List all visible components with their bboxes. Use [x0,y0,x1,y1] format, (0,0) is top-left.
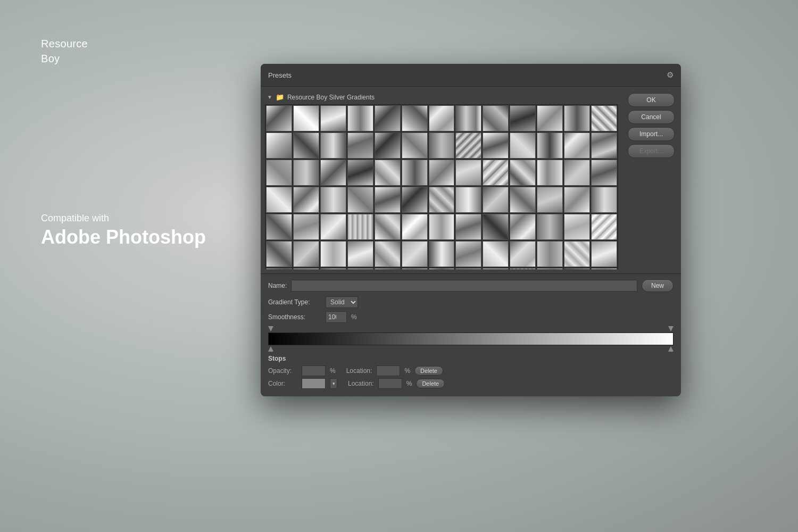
gradient-cell[interactable] [483,132,509,159]
gradient-cell[interactable] [510,187,536,213]
gradient-cell[interactable] [293,241,319,267]
gradient-cell[interactable] [402,268,428,269]
gradient-cell[interactable] [564,105,590,131]
gradient-cell[interactable] [483,105,509,131]
gradient-cell[interactable] [375,105,401,131]
gradient-cell[interactable] [591,241,617,267]
gradient-cell[interactable] [483,241,509,267]
gradient-cell[interactable] [429,105,455,131]
gradient-cell[interactable] [483,268,509,269]
gradient-cell[interactable] [293,160,319,186]
gradient-cell[interactable] [537,187,563,213]
color-dropdown[interactable]: ▾ [330,378,337,389]
gradient-cell[interactable] [510,241,536,267]
gradient-cell[interactable] [483,214,509,240]
gradient-cell[interactable] [402,105,428,131]
gradient-cell[interactable] [266,132,292,159]
gradient-cell[interactable] [429,241,455,267]
gradient-cell[interactable] [564,132,590,159]
color-swatch[interactable] [302,378,326,389]
gradient-cell[interactable] [455,132,481,159]
gradient-cell[interactable] [320,105,346,131]
gradient-cell[interactable] [510,268,536,269]
gradient-cell[interactable] [429,268,455,269]
gradient-cell[interactable] [266,160,292,186]
gradient-cell[interactable] [455,160,481,186]
gradient-cell[interactable] [455,187,481,213]
gradient-cell[interactable] [591,160,617,186]
import-button[interactable]: Import... [628,127,675,141]
color-location-input[interactable] [378,378,402,389]
cancel-button[interactable]: Cancel [628,110,675,124]
gradient-cell[interactable] [402,187,428,213]
gradient-cell[interactable] [591,187,617,213]
gradient-cell[interactable] [591,105,617,131]
gradient-cell[interactable] [510,160,536,186]
gradient-cell[interactable] [347,241,373,267]
gradient-cell[interactable] [402,160,428,186]
gradient-cell[interactable] [266,268,292,269]
gradient-cell[interactable] [375,214,401,240]
gradient-cell[interactable] [455,241,481,267]
presets-scroll[interactable] [265,104,618,269]
gradient-bar[interactable] [268,332,674,345]
gradient-cell[interactable] [347,214,373,240]
gradient-cell[interactable] [510,214,536,240]
gradient-cell[interactable] [293,268,319,269]
gradient-cell[interactable] [537,105,563,131]
gradient-cell[interactable] [320,268,346,269]
gradient-cell[interactable] [375,160,401,186]
gradient-cell[interactable] [402,132,428,159]
gradient-cell[interactable] [564,268,590,269]
gradient-cell[interactable] [455,214,481,240]
gradient-cell[interactable] [375,241,401,267]
gradient-cell[interactable] [564,241,590,267]
ok-button[interactable]: OK [628,93,675,107]
gear-icon[interactable]: ⚙ [667,70,674,80]
gradient-cell[interactable] [483,160,509,186]
gradient-cell[interactable] [429,187,455,213]
gradient-cell[interactable] [429,214,455,240]
gradient-cell[interactable] [293,214,319,240]
gradient-cell[interactable] [347,132,373,159]
gradient-cell[interactable] [293,187,319,213]
gradient-cell[interactable] [564,187,590,213]
gradient-cell[interactable] [455,105,481,131]
gradient-cell[interactable] [564,214,590,240]
opacity-stop-right[interactable] [668,326,674,331]
gradient-cell[interactable] [591,214,617,240]
gradient-cell[interactable] [266,241,292,267]
gradient-cell[interactable] [402,241,428,267]
gradient-cell[interactable] [375,268,401,269]
gradient-cell[interactable] [510,132,536,159]
folder-row[interactable]: ▼ 📁 Resource Boy Silver Gradients [265,91,618,104]
color-delete-button[interactable]: Delete [416,379,445,388]
gradient-cell[interactable] [483,187,509,213]
gradient-cell[interactable] [564,160,590,186]
gradient-cell[interactable] [429,160,455,186]
gradient-cell[interactable] [347,105,373,131]
gradient-cell[interactable] [375,187,401,213]
opacity-input[interactable] [302,365,326,376]
gradient-cell[interactable] [320,241,346,267]
gradient-cell[interactable] [510,105,536,131]
gradient-cell[interactable] [347,187,373,213]
gradient-cell[interactable] [455,268,481,269]
opacity-location-input[interactable] [376,365,400,376]
gradient-cell[interactable] [320,132,346,159]
gradient-cell[interactable] [266,187,292,213]
gradient-cell[interactable] [266,214,292,240]
opacity-delete-button[interactable]: Delete [414,366,443,376]
gradient-cell[interactable] [537,268,563,269]
export-button[interactable]: Export... [628,144,675,158]
gradient-cell[interactable] [375,132,401,159]
gradient-cell[interactable] [293,105,319,131]
new-button[interactable]: New [642,279,674,292]
gradient-cell[interactable] [537,160,563,186]
color-stop-left[interactable] [268,346,273,352]
name-input[interactable] [291,280,637,292]
gradient-cell[interactable] [537,214,563,240]
gradient-cell[interactable] [347,160,373,186]
gradient-cell[interactable] [266,105,292,131]
gradient-cell[interactable] [320,214,346,240]
